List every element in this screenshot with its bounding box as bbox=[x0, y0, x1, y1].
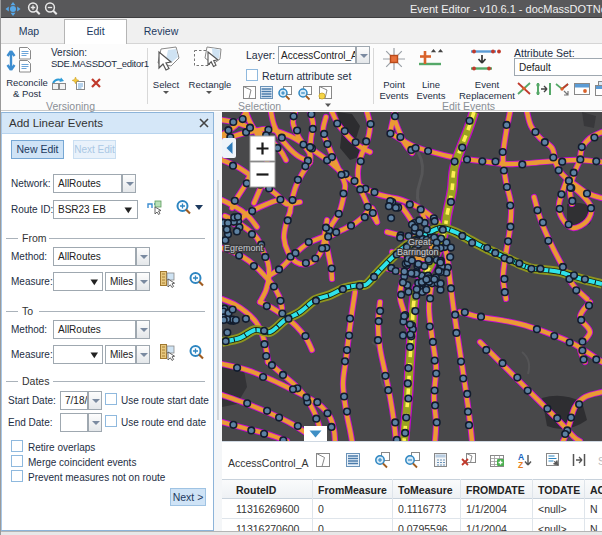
svg-text:Barrington: Barrington bbox=[397, 247, 439, 257]
svg-text:Z: Z bbox=[518, 460, 523, 470]
svg-text:Great: Great bbox=[408, 237, 431, 247]
svg-text:S: S bbox=[598, 455, 602, 467]
svg-text:Egremont: Egremont bbox=[224, 243, 264, 253]
